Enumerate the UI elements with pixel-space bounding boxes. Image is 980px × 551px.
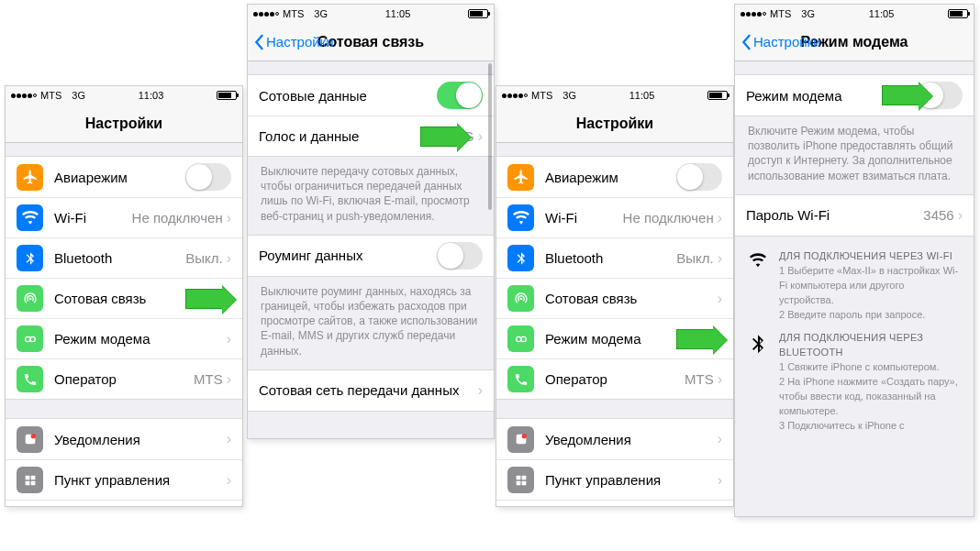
row-wifi[interactable]: Wi-Fi Не подключен › <box>6 197 242 237</box>
hotspot-icon <box>17 325 43 352</box>
svg-point-11 <box>521 434 526 438</box>
wifi-icon <box>17 204 43 231</box>
phone-cellular: MTS 3G 11:05 Настройки Сотовая связь Сот… <box>247 4 495 439</box>
bluetooth-icon <box>507 245 534 271</box>
chevron-right-icon: › <box>718 431 722 447</box>
note-cellular: Выключите передачу сотовых данных, чтобы… <box>248 157 494 231</box>
status-bar: MTS 3G 11:03 <box>6 86 242 105</box>
row-hotspot-toggle[interactable]: Режим модема <box>735 75 974 116</box>
bt-step-2: 2 На iPhone нажмите «Создать пару», чтоб… <box>779 375 961 419</box>
airplane-toggle[interactable] <box>185 163 231 191</box>
row-cellular[interactable]: Сотовая связь › <box>6 278 242 318</box>
row-bluetooth[interactable]: Bluetooth Выкл. › <box>6 237 242 278</box>
bt-step-1: 1 Свяжите iPhone с компьютером. <box>779 360 961 375</box>
bluetooth-glyph-icon <box>748 331 768 434</box>
svg-point-3 <box>30 434 35 438</box>
page-title: Настройки <box>576 116 653 132</box>
row-notifications[interactable]: Уведомления › <box>6 419 242 459</box>
svg-point-1 <box>30 336 35 341</box>
phone-hotspot: MTS 3G 11:05 Настройки Режим модема Режи… <box>734 4 974 517</box>
row-wifi-password[interactable]: Пароль Wi-Fi 3456 › <box>735 195 974 236</box>
row-dnd[interactable]: Не беспокоить › <box>496 500 733 507</box>
wifi-instructions-header: ДЛЯ ПОДКЛЮЧЕНИЯ ЧЕРЕЗ WI-FI <box>779 249 961 264</box>
cellular-icon <box>507 285 534 312</box>
row-cell-data[interactable]: Сотовые данные <box>248 75 494 116</box>
nav-bar: Настройки <box>496 105 733 143</box>
svg-rect-13 <box>521 475 526 479</box>
nav-bar: Настройки Режим модема <box>735 23 974 61</box>
status-bar: MTS 3G 11:05 <box>496 86 733 105</box>
airplane-icon <box>507 164 534 191</box>
row-carrier[interactable]: Оператор MTS › <box>6 358 242 399</box>
clock: 11:05 <box>869 8 895 19</box>
row-control-center[interactable]: Пункт управления › <box>496 459 733 500</box>
hotspot-icon <box>507 325 534 352</box>
airplane-toggle[interactable] <box>676 163 722 191</box>
roaming-toggle[interactable] <box>437 242 483 270</box>
clock: 11:03 <box>139 90 164 101</box>
row-roaming[interactable]: Роуминг данных <box>248 236 494 276</box>
phone-icon <box>507 366 534 392</box>
svg-point-0 <box>25 336 29 341</box>
bluetooth-icon <box>17 245 43 271</box>
row-hotspot[interactable]: Режим модема › <box>6 318 242 358</box>
chevron-right-icon: › <box>227 331 231 347</box>
svg-rect-7 <box>30 480 35 485</box>
chevron-right-icon: › <box>227 291 231 307</box>
row-hotspot[interactable]: Режим модема › <box>496 318 733 358</box>
back-button[interactable]: Настройки <box>741 34 821 50</box>
chevron-right-icon: › <box>227 250 231 267</box>
cellular-icon <box>17 285 43 312</box>
chevron-right-icon: › <box>718 331 722 347</box>
chevron-right-icon: › <box>478 128 483 145</box>
notifications-icon <box>17 426 43 453</box>
chevron-right-icon: › <box>718 250 722 267</box>
chevron-right-icon: › <box>227 472 231 489</box>
row-dnd[interactable]: Не беспокоить › <box>6 500 242 507</box>
svg-rect-6 <box>25 480 29 485</box>
bt-instructions-header: ДЛЯ ПОДКЛЮЧЕНИЯ ЧЕРЕЗ BLUETOOTH <box>779 331 961 360</box>
chevron-right-icon: › <box>718 472 722 489</box>
chevron-right-icon: › <box>478 382 483 399</box>
chevron-right-icon: › <box>227 431 231 447</box>
hotspot-toggle[interactable] <box>917 82 963 109</box>
phone-settings-2: MTS 3G 11:05 Настройки Авиарежим Wi-Fi Н… <box>496 85 734 507</box>
chevron-right-icon: › <box>958 207 963 224</box>
row-carrier[interactable]: Оператор MTS › <box>496 358 733 399</box>
page-title: Настройки <box>85 116 162 132</box>
airplane-icon <box>17 164 43 191</box>
control-center-icon <box>17 467 43 493</box>
notifications-icon <box>507 426 534 453</box>
status-bar: MTS 3G 11:05 <box>248 5 494 23</box>
svg-point-9 <box>521 336 526 341</box>
svg-rect-5 <box>30 475 35 479</box>
row-voice-data[interactable]: Голос и данные 3G › <box>248 116 494 156</box>
back-button[interactable]: Настройки <box>253 34 334 50</box>
row-airplane[interactable]: Авиарежим <box>496 157 733 197</box>
wifi-step-2: 2 Введите пароль при запросе. <box>779 308 961 323</box>
clock: 11:05 <box>629 90 655 101</box>
row-control-center[interactable]: Пункт управления › <box>6 459 242 500</box>
control-center-icon <box>507 467 534 493</box>
bt-step-3: 3 Подключитесь к iPhone с <box>779 419 961 434</box>
wifi-step-1: 1 Выберите «Max-II» в настройках Wi-Fi к… <box>779 264 961 308</box>
svg-rect-4 <box>25 475 29 479</box>
chevron-right-icon: › <box>718 210 722 226</box>
svg-rect-14 <box>516 480 520 485</box>
row-cell-network[interactable]: Сотовая сеть передачи данных › <box>248 370 494 411</box>
cell-data-toggle[interactable] <box>437 82 483 109</box>
chevron-right-icon: › <box>718 371 722 388</box>
note-roaming: Выключите роуминг данных, находясь за гр… <box>248 277 494 366</box>
svg-rect-12 <box>516 475 520 479</box>
wifi-icon <box>507 204 534 231</box>
row-bluetooth[interactable]: Bluetooth Выкл. › <box>496 237 733 278</box>
svg-rect-15 <box>521 480 526 485</box>
nav-bar: Настройки <box>6 105 242 143</box>
status-bar: MTS 3G 11:05 <box>735 5 974 23</box>
clock: 11:05 <box>385 8 411 19</box>
row-notifications[interactable]: Уведомления › <box>496 419 733 459</box>
row-airplane[interactable]: Авиарежим <box>6 157 242 197</box>
row-wifi[interactable]: Wi-Fi Не подключен › <box>496 197 733 237</box>
row-cellular[interactable]: Сотовая связь › <box>496 278 733 318</box>
scrollbar[interactable] <box>488 63 492 210</box>
